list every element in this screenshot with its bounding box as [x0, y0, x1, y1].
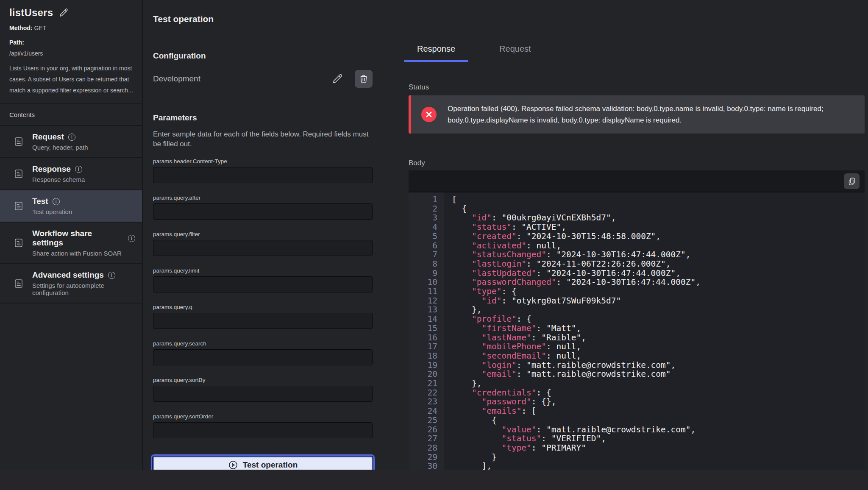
parameter-field: params.query.sortBy — [153, 377, 373, 402]
document-icon — [14, 237, 24, 248]
parameters-heading: Parameters — [153, 113, 373, 122]
path-value: /api/v1/users — [9, 50, 133, 57]
configuration-row: Development — [153, 70, 373, 88]
info-icon[interactable]: i — [75, 166, 82, 173]
delete-configuration-button[interactable] — [355, 70, 373, 88]
parameter-field: params.header.Content-Type — [153, 158, 373, 183]
input-params-header-content-type[interactable] — [153, 167, 373, 183]
sidebar-item-label: Response — [32, 164, 71, 174]
document-icon — [14, 168, 24, 179]
app-window: listUsers Method:GET Path: /api/v1/users… — [0, 0, 868, 490]
code-toolbar — [409, 170, 865, 192]
parameter-field: params.query.filter — [153, 231, 373, 256]
parameter-field-label: params.query.filter — [153, 231, 373, 237]
input-params-query-sortby[interactable] — [153, 386, 373, 402]
response-body-viewer: 1234567891011121314151617181920212223242… — [409, 170, 865, 470]
document-icon — [14, 136, 24, 147]
parameter-field-label: params.query.search — [153, 340, 373, 347]
configuration-heading: Configuration — [153, 51, 373, 61]
sidebar-item-sublabel: Response schema — [32, 176, 85, 183]
sidebar-item-workflow-share-settings[interactable]: Workflow share settings i Share action w… — [0, 222, 142, 263]
trash-icon — [359, 74, 369, 84]
info-icon[interactable]: i — [128, 235, 135, 242]
document-icon — [14, 200, 24, 212]
sidebar-header: listUsers Method:GET Path: /api/v1/users… — [0, 0, 142, 96]
play-icon — [228, 460, 238, 470]
sidebar-item-label: Request — [32, 132, 64, 142]
input-params-query-limit[interactable] — [153, 276, 373, 292]
sidebar: listUsers Method:GET Path: /api/v1/users… — [0, 0, 143, 470]
parameter-field: params.query.limit — [153, 267, 373, 292]
status-alert: Operation failed (400). Response failed … — [409, 95, 865, 134]
sidebar-item-label: Test — [32, 197, 48, 206]
results-panel: Response Request Status Operation failed… — [393, 0, 868, 470]
action-title: listUsers — [9, 7, 53, 19]
json-code: [ { "id": "00ukrg0ayiVCnEXBh5d7", "statu… — [444, 192, 865, 470]
content-area: listUsers Method:GET Path: /api/v1/users… — [0, 0, 868, 470]
parameter-field-label: params.query.after — [153, 195, 373, 201]
bottom-bar — [0, 470, 868, 490]
contents-label: Contents — [0, 104, 142, 125]
configuration-value: Development — [153, 74, 331, 84]
tab-response[interactable]: Response — [404, 44, 468, 62]
test-operation-panel: Test operation Configuration Development… — [143, 0, 393, 470]
copy-icon — [847, 177, 857, 186]
method-value: GET — [34, 25, 46, 31]
method-row: Method:GET — [9, 25, 133, 31]
test-operation-button[interactable]: Test operation — [153, 457, 373, 470]
sidebar-item-sublabel: Settings for autocomplete configuration — [32, 282, 135, 296]
edit-title-icon[interactable] — [58, 7, 69, 18]
method-label: Method: — [9, 25, 32, 31]
info-icon[interactable]: i — [53, 198, 60, 205]
sidebar-item-test[interactable]: Test i Test operation — [0, 189, 142, 222]
input-params-query-after[interactable] — [153, 203, 373, 220]
parameter-field: params.query.q — [153, 304, 373, 329]
sidebar-item-sublabel: Share action with Fusion SOAR — [32, 250, 135, 257]
page-title: Test operation — [153, 14, 373, 24]
parameter-field-label: params.query.limit — [153, 267, 373, 274]
sidebar-item-request[interactable]: Request i Query, header, path — [0, 125, 142, 157]
sidebar-nav: Request i Query, header, path Response i… — [0, 125, 142, 303]
parameter-field-label: params.query.sortBy — [153, 377, 373, 383]
parameters-form: params.header.Content-Type params.query.… — [153, 158, 373, 450]
input-params-query-search[interactable] — [153, 349, 373, 365]
results-tabs: Response Request — [404, 44, 865, 62]
status-heading: Status — [409, 83, 865, 92]
sidebar-item-advanced-settings[interactable]: Advanced settings i Settings for autocom… — [0, 263, 142, 303]
sidebar-item-response[interactable]: Response i Response schema — [0, 157, 142, 189]
status-message: Operation failed (400). Response failed … — [448, 103, 853, 126]
sidebar-item-label: Advanced settings — [32, 270, 104, 280]
action-description: Lists Users in your org, with pagination… — [9, 63, 136, 96]
input-params-query-sortorder[interactable] — [153, 422, 373, 438]
copy-button[interactable] — [844, 173, 860, 189]
test-operation-button-label: Test operation — [243, 460, 298, 470]
parameter-field: params.query.search — [153, 340, 373, 365]
sidebar-item-sublabel: Test operation — [32, 208, 72, 215]
parameter-field-label: params.query.q — [153, 304, 373, 310]
pencil-icon — [331, 72, 344, 85]
parameter-field: params.query.sortOrder — [153, 413, 373, 438]
tab-request[interactable]: Request — [487, 44, 544, 62]
document-icon — [14, 278, 24, 289]
input-params-query-filter[interactable] — [153, 240, 373, 256]
input-params-query-q[interactable] — [153, 313, 373, 329]
parameter-field-label: params.header.Content-Type — [153, 158, 373, 164]
code-scroll-area[interactable]: 1234567891011121314151617181920212223242… — [409, 192, 865, 470]
parameter-field: params.query.after — [153, 195, 373, 220]
parameters-description: Enter sample data for each of the fields… — [153, 129, 369, 149]
body-heading: Body — [409, 159, 865, 167]
info-icon[interactable]: i — [108, 272, 115, 279]
sidebar-item-label: Workflow share settings — [32, 229, 124, 248]
edit-configuration-button[interactable] — [331, 72, 344, 85]
error-icon — [421, 107, 437, 122]
sidebar-item-sublabel: Query, header, path — [32, 144, 88, 151]
info-icon[interactable]: i — [68, 134, 75, 141]
line-number-gutter: 1234567891011121314151617181920212223242… — [409, 192, 444, 470]
path-label: Path: — [9, 39, 133, 46]
parameter-field-label: params.query.sortOrder — [153, 413, 373, 420]
